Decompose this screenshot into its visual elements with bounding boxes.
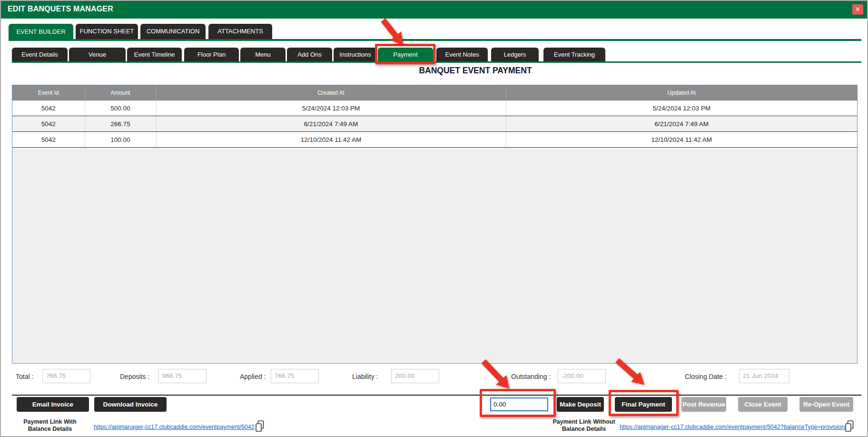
payment-link-with-balance-label: Payment Link With Balance Details bbox=[12, 418, 88, 433]
subtab-event-notes[interactable]: Event Notes bbox=[436, 48, 488, 61]
cell-amount: 266.75 bbox=[85, 116, 156, 132]
tab-communication[interactable]: COMMUNICATION bbox=[140, 24, 206, 39]
subtab-payment[interactable]: Payment bbox=[378, 48, 433, 61]
col-header-updated-at: Updated At bbox=[506, 85, 857, 100]
outstanding-label: Outstanding : bbox=[511, 373, 551, 380]
subtab-menu[interactable]: Menu bbox=[240, 48, 286, 61]
closing-date-label: Closing Date : bbox=[685, 373, 727, 380]
cell-created-at: 6/21/2024 7:49 AM bbox=[156, 116, 506, 132]
col-header-event-id: Event Id bbox=[12, 85, 85, 100]
window-title: EDIT BANQUETS MANAGER bbox=[8, 5, 113, 13]
sub-tab-underline bbox=[12, 61, 861, 63]
subtab-event-timeline[interactable]: Event Timeline bbox=[127, 48, 182, 61]
close-event-button[interactable]: Close Event bbox=[738, 397, 788, 412]
cell-updated-at: 12/10/2024 11:42 AM bbox=[506, 132, 857, 148]
subtab-ledgers[interactable]: Ledgers bbox=[491, 48, 539, 61]
table-row[interactable]: 5042 266.75 6/21/2024 7:49 AM 6/21/2024 … bbox=[12, 116, 857, 132]
cell-amount: 500.00 bbox=[85, 100, 156, 116]
email-invoice-button[interactable]: Email Invoice bbox=[17, 397, 89, 412]
copy-icon[interactable] bbox=[255, 420, 265, 433]
cell-event-id: 5042 bbox=[12, 132, 85, 148]
subtab-venue[interactable]: Venue bbox=[69, 48, 126, 61]
footer-divider bbox=[12, 395, 861, 396]
subtab-event-tracking[interactable]: Event Tracking bbox=[543, 48, 605, 61]
outstanding-field: -200.00 bbox=[558, 369, 606, 383]
arrow-to-final-payment bbox=[617, 360, 644, 385]
payments-table: Event Id Amount Created At Updated At 50… bbox=[12, 85, 857, 148]
total-field: 766.75 bbox=[42, 369, 90, 383]
reopen-event-button[interactable]: Re-Open Event bbox=[799, 397, 853, 412]
arrow-to-payment-tab bbox=[383, 20, 403, 45]
cell-updated-at: 6/21/2024 7:49 AM bbox=[506, 116, 857, 132]
liability-field: 200.00 bbox=[391, 369, 439, 383]
payments-table-container: Event Id Amount Created At Updated At 50… bbox=[12, 85, 858, 364]
tab-function-sheet[interactable]: FUNCTION SHEET bbox=[76, 24, 138, 39]
tab-attachments[interactable]: ATTACHMENTS bbox=[208, 24, 272, 39]
subtab-add-ons[interactable]: Add Ons bbox=[287, 48, 332, 61]
payment-link-without-balance[interactable]: https://apimanager-cc17.clubcaddie.com/e… bbox=[620, 424, 849, 430]
cell-created-at: 5/24/2024 12:03 PM bbox=[156, 100, 506, 116]
tab-event-builder[interactable]: EVENT BUILDER bbox=[9, 24, 73, 41]
final-payment-button[interactable]: Final Payment bbox=[615, 397, 672, 412]
subtab-instructions[interactable]: Instructions bbox=[334, 48, 377, 61]
edit-banquets-manager-window: EDIT BANQUETS MANAGER ✕ EVENT BUILDER FU… bbox=[0, 0, 868, 437]
liability-label: Liability : bbox=[352, 373, 378, 380]
main-tab-underline bbox=[9, 39, 861, 41]
arrow-to-amount-input bbox=[483, 361, 509, 388]
payment-link-with-balance[interactable]: https://apimanager-cc17.clubcaddie.com/e… bbox=[94, 424, 255, 430]
deposits-field: 966.75 bbox=[158, 369, 207, 383]
cell-event-id: 5042 bbox=[12, 116, 85, 132]
cell-updated-at: 5/24/2024 12:03 PM bbox=[506, 100, 857, 116]
cell-created-at: 12/10/2024 11:42 AM bbox=[156, 132, 506, 148]
col-header-created-at: Created At bbox=[156, 85, 506, 100]
post-revenue-button[interactable]: Post Revenue bbox=[681, 397, 726, 412]
applied-label: Applied : bbox=[240, 373, 266, 380]
applied-field: 766.75 bbox=[271, 369, 319, 383]
copy-icon[interactable] bbox=[844, 420, 855, 433]
payment-link-without-balance-label: Payment Link Without Balance Details bbox=[552, 418, 616, 433]
download-invoice-button[interactable]: Download Invoice bbox=[94, 397, 167, 412]
table-row[interactable]: 5042 500.00 5/24/2024 12:03 PM 5/24/2024… bbox=[12, 100, 857, 116]
col-header-amount: Amount bbox=[85, 85, 156, 100]
closing-date-field: 21 Jun 2024 bbox=[739, 369, 789, 383]
table-header-row: Event Id Amount Created At Updated At bbox=[12, 85, 857, 100]
deposits-label: Deposits : bbox=[120, 373, 149, 380]
make-deposit-button[interactable]: Make Deposit bbox=[557, 397, 604, 412]
page-title: BANQUET EVENT PAYMENT bbox=[286, 66, 664, 76]
close-icon[interactable]: ✕ bbox=[852, 4, 863, 15]
subtab-floor-plan[interactable]: Floor Plan bbox=[184, 48, 239, 61]
total-label: Total : bbox=[16, 373, 33, 380]
cell-event-id: 5042 bbox=[12, 100, 85, 116]
subtab-event-details[interactable]: Event Details bbox=[12, 48, 68, 61]
cell-amount: 100.00 bbox=[85, 132, 156, 148]
table-row[interactable]: 5042 100.00 12/10/2024 11:42 AM 12/10/20… bbox=[12, 132, 857, 148]
payment-amount-input[interactable] bbox=[490, 397, 548, 411]
title-bar: EDIT BANQUETS MANAGER bbox=[1, 1, 867, 19]
